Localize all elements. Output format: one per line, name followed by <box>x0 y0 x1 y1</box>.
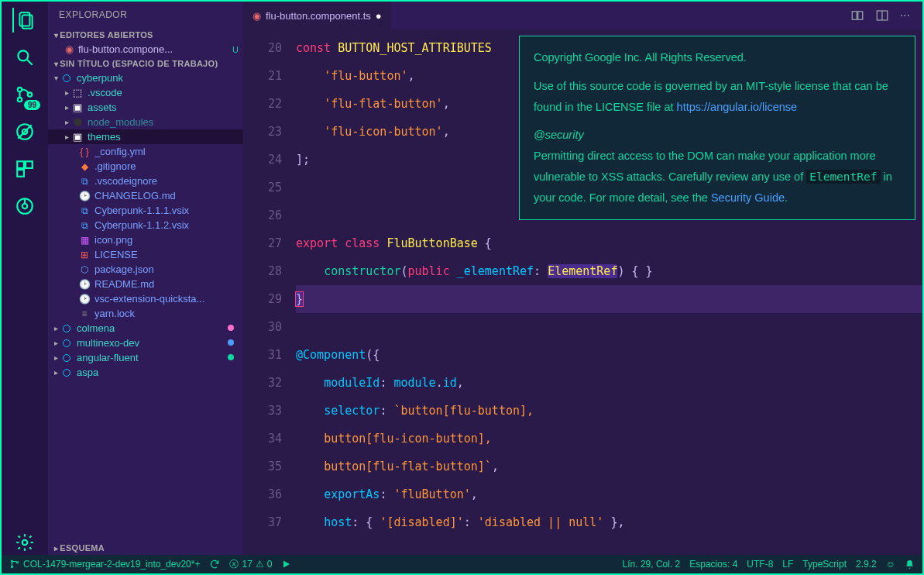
open-editor-filename: flu-button.compone... <box>78 43 229 55</box>
hover-code-ref: ElementRef <box>806 170 880 184</box>
activity-bar: 99 <box>2 2 48 555</box>
explorer-icon[interactable] <box>12 8 37 33</box>
hover-security-tag: @security <box>534 129 584 141</box>
hover-license-link[interactable]: https://angular.io/license <box>677 101 798 113</box>
svg-rect-12 <box>17 170 24 177</box>
tree-folder[interactable]: ▸▣assets <box>48 100 243 115</box>
feedback-icon[interactable]: ☺ <box>886 559 895 570</box>
diff-icon[interactable] <box>850 9 864 22</box>
tree-folder[interactable]: ▸aspa <box>48 365 243 380</box>
tree-file[interactable]: { }_config.yml <box>48 144 243 159</box>
tree-file[interactable]: ⧉.vscodeignore <box>48 174 243 188</box>
hover-copyright: Copyright Google Inc. All Rights Reserve… <box>534 47 901 68</box>
tree-folder[interactable]: ▸multinexo-dev <box>48 336 243 350</box>
tree-folder[interactable]: ▾cyberpunk <box>48 71 243 85</box>
notifications-icon[interactable] <box>905 560 915 570</box>
ts-version[interactable]: 2.9.2 <box>856 559 877 570</box>
tree-folder[interactable]: ▸colmena <box>48 321 243 336</box>
svg-point-14 <box>22 204 28 209</box>
tree-folder[interactable]: ▸▣themes <box>48 129 243 144</box>
scm-icon[interactable]: 99 <box>12 82 37 107</box>
tree-file[interactable]: ⊞LICENSE <box>48 247 243 262</box>
tab-label: flu-button.component.ts <box>266 10 371 22</box>
open-editor-status: U <box>232 45 239 54</box>
tree-file[interactable]: ⬡package.json <box>48 262 243 277</box>
tree-file[interactable]: 🕑vsc-extension-quicksta... <box>48 291 243 306</box>
tree-file[interactable]: 🕑README.md <box>48 277 243 291</box>
cursor-position[interactable]: Lín. 29, Col. 2 <box>623 559 681 570</box>
svg-rect-10 <box>17 161 24 168</box>
svg-point-21 <box>11 560 12 562</box>
svg-point-22 <box>11 566 12 567</box>
live-server-icon[interactable] <box>282 560 291 569</box>
outline-label: ESQUEMA <box>60 543 105 553</box>
branch-name: COL-1479-mergear-2-dev19_into_dev20*+ <box>23 559 200 570</box>
file-tree[interactable]: ▾cyberpunk▸⬚.vscode▸▣assets▸⬢node_module… <box>48 71 243 541</box>
editor-tabs: ◉ flu-button.component.ts ● ··· <box>243 2 922 29</box>
hover-tooltip: Copyright Google Inc. All Rights Reserve… <box>519 36 915 220</box>
tree-file[interactable]: ⧉Cyberpunk-1.1.2.vsix <box>48 218 243 232</box>
svg-rect-11 <box>26 161 33 168</box>
encoding[interactable]: UTF-8 <box>747 559 773 570</box>
tree-file[interactable]: ◆.gitignore <box>48 159 243 174</box>
tree-folder[interactable]: ▸⬢node_modules <box>48 115 243 129</box>
workspace-header[interactable]: ▾ SIN TÍTULO (ESPACIO DE TRABAJO) <box>48 57 243 71</box>
status-bar: COL-1479-mergear-2-dev19_into_dev20*+ ⓧ1… <box>2 555 922 573</box>
scm-badge: 99 <box>24 100 40 110</box>
sync-icon[interactable] <box>209 559 220 570</box>
tree-folder[interactable]: ▸angular-fluent <box>48 350 243 365</box>
sidebar-title: EXPLORADOR <box>48 2 243 28</box>
svg-point-4 <box>18 88 22 91</box>
branch-indicator[interactable]: COL-1479-mergear-2-dev19_into_dev20*+ <box>9 559 200 570</box>
outline-header[interactable]: ▸ ESQUEMA <box>48 541 243 555</box>
line-gutter: 202122232425262728293031323334353637 <box>243 34 296 555</box>
svg-line-8 <box>18 125 31 138</box>
debug-icon[interactable] <box>12 119 37 144</box>
svg-line-3 <box>27 60 33 65</box>
open-editors-label: EDITORES ABIERTOS <box>60 30 153 40</box>
more-icon[interactable]: ··· <box>900 9 910 22</box>
open-editor-item[interactable]: ◉ flu-button.compone... U <box>48 42 243 57</box>
settings-icon[interactable] <box>12 530 37 555</box>
tree-file[interactable]: ▦icon.png <box>48 232 243 247</box>
tab-dirty-dot: ● <box>376 10 382 22</box>
search-icon[interactable] <box>12 45 37 70</box>
tree-file[interactable]: 🕑CHANGELOG.md <box>48 188 243 203</box>
gitlens-icon[interactable] <box>12 194 37 219</box>
tab-flu-button[interactable]: ◉ flu-button.component.ts ● <box>243 2 391 29</box>
editor-area: ◉ flu-button.component.ts ● ··· 20212223… <box>243 2 922 555</box>
workspace-label: SIN TÍTULO (ESPACIO DE TRABAJO) <box>60 59 218 68</box>
svg-point-5 <box>18 98 22 102</box>
svg-rect-17 <box>852 12 857 20</box>
eol[interactable]: LF <box>782 559 793 570</box>
tree-folder[interactable]: ▸⬚.vscode <box>48 85 243 100</box>
problems-indicator[interactable]: ⓧ17 ⚠0 <box>229 558 272 571</box>
svg-rect-18 <box>857 12 862 20</box>
extensions-icon[interactable] <box>12 157 37 181</box>
tree-file[interactable]: ≡yarn.lock <box>48 306 243 321</box>
svg-point-2 <box>18 50 28 60</box>
explorer-sidebar: EXPLORADOR ▾ EDITORES ABIERTOS ◉ flu-but… <box>48 2 243 555</box>
open-editors-header[interactable]: ▾ EDITORES ABIERTOS <box>48 28 243 42</box>
svg-point-16 <box>22 540 28 546</box>
language-mode[interactable]: TypeScript <box>802 559 847 570</box>
tree-file[interactable]: ⧉Cyberpunk-1.1.1.vsix <box>48 203 243 218</box>
hover-security-link[interactable]: Security Guide <box>711 191 785 204</box>
indentation[interactable]: Espacios: 4 <box>689 559 737 570</box>
split-editor-icon[interactable] <box>875 9 889 22</box>
